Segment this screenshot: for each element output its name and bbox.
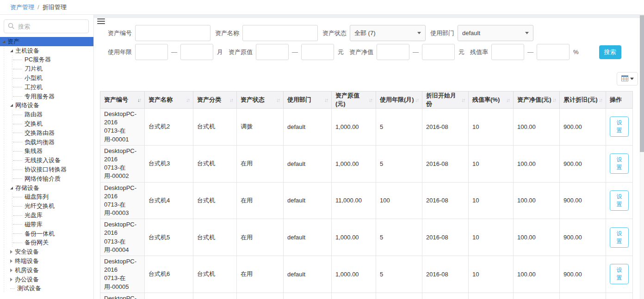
tree-node[interactable]: 主机设备 xyxy=(0,46,93,55)
tree-node[interactable]: 交换路由器 xyxy=(0,128,93,138)
tree-node[interactable]: 机房设备 xyxy=(0,266,93,275)
column-header[interactable]: 资产净值(元)↓↑ xyxy=(514,92,560,109)
leaf-connector xyxy=(13,206,22,207)
tree-node[interactable]: 网络设备 xyxy=(0,101,93,110)
vertical-scrollbar-track[interactable] xyxy=(640,15,644,299)
column-header-label: 资产编号 xyxy=(104,96,128,104)
column-header[interactable]: 使用年限(月)↓↑ xyxy=(376,92,422,109)
column-header[interactable]: 资产编号↓↑ xyxy=(100,92,145,109)
settings-button[interactable]: 设置 xyxy=(610,264,629,284)
tree-node[interactable]: 工控机 xyxy=(0,83,93,92)
tree-node-label: 光盘库 xyxy=(25,211,43,220)
tree-node-label: 资产 xyxy=(7,37,19,46)
tree-node[interactable]: 协议接口转换器 xyxy=(0,165,93,174)
tree-node[interactable]: 测试设备 xyxy=(0,284,93,293)
tree-search-input[interactable] xyxy=(4,19,89,33)
breadcrumb-parent-link[interactable]: 资产管理 xyxy=(10,3,34,12)
column-header[interactable]: 使用部门↓↑ xyxy=(284,92,332,109)
tree-node[interactable]: 负载均衡器 xyxy=(0,138,93,147)
asset-name-label: 资产名称 xyxy=(215,29,239,37)
tree-node-label: 主机设备 xyxy=(15,47,39,55)
search-button[interactable]: 搜索 xyxy=(599,45,621,59)
sort-arrows-icon[interactable]: ↓↑ xyxy=(506,97,509,103)
tree-node[interactable]: 安全设备 xyxy=(0,247,93,256)
asset-no-input[interactable] xyxy=(135,25,211,41)
residual-rate-min-input[interactable] xyxy=(491,44,524,60)
original-value-min-input[interactable] xyxy=(256,44,289,60)
tree-node[interactable]: 备份网关 xyxy=(0,238,93,248)
sort-arrows-icon[interactable]: ↓↑ xyxy=(369,97,372,103)
expand-node-icon[interactable] xyxy=(10,250,12,254)
sort-arrows-icon[interactable]: ↓↑ xyxy=(552,97,556,103)
collapse-node-icon[interactable] xyxy=(10,187,13,189)
sort-arrows-icon[interactable]: ↓↑ xyxy=(324,97,328,103)
column-header[interactable]: 资产分类↓↑ xyxy=(193,92,237,109)
expand-node-icon[interactable] xyxy=(10,268,12,272)
net-value-max-input[interactable] xyxy=(422,44,455,60)
column-header[interactable]: 资产状态↓↑ xyxy=(237,92,284,109)
content-top-strip xyxy=(94,15,644,18)
settings-button[interactable]: 设置 xyxy=(610,153,629,174)
net-value-min-input[interactable] xyxy=(377,44,409,60)
collapse-node-icon[interactable] xyxy=(10,49,13,52)
table-row: DesktopPC-20160713-在用-00003台式机4台式机在用defa… xyxy=(100,182,633,219)
leaf-connector xyxy=(13,151,22,152)
collapse-node-icon[interactable] xyxy=(2,40,5,43)
asset-status-cell: 在用 xyxy=(237,182,284,219)
sort-arrows-icon[interactable]: ↓↑ xyxy=(186,97,189,103)
settings-button[interactable]: 设置 xyxy=(610,116,629,137)
asset-status-select[interactable]: 全部 (7) xyxy=(350,25,426,41)
tree-node[interactable]: 存储设备 xyxy=(0,183,93,193)
asset-name-input[interactable] xyxy=(242,25,318,41)
tree-node[interactable]: 资产 xyxy=(0,37,93,46)
column-header[interactable]: 残值率(%)↓↑ xyxy=(469,92,514,109)
column-settings-button[interactable] xyxy=(617,72,638,85)
department-select[interactable]: default xyxy=(458,25,533,41)
sort-arrows-icon[interactable]: ↓↑ xyxy=(599,97,602,103)
tree-node[interactable]: 刀片机 xyxy=(0,64,93,73)
collapse-sidebar-icon[interactable] xyxy=(97,18,105,25)
tree-node[interactable]: 终端设备 xyxy=(0,256,93,266)
tree-node[interactable]: PC服务器 xyxy=(0,55,93,65)
department-value: default xyxy=(462,30,480,37)
column-header[interactable]: 资产名称↓↑ xyxy=(145,92,193,109)
sort-arrows-icon[interactable]: ↓↑ xyxy=(137,97,141,103)
expand-node-icon[interactable] xyxy=(10,278,12,281)
column-header[interactable]: 资产原值(元)↓↑ xyxy=(332,92,376,109)
tree-node[interactable]: 办公设备 xyxy=(0,275,93,284)
residual-rate-max-input[interactable] xyxy=(537,44,570,60)
net-value-cell: 100.00 xyxy=(514,182,560,219)
asset-name-cell: 台式机7 xyxy=(145,293,193,299)
settings-button[interactable]: 设置 xyxy=(610,227,629,248)
service-life-max-input[interactable] xyxy=(180,44,213,60)
tree-node[interactable]: 网络传输介质 xyxy=(0,174,93,183)
sort-arrows-icon[interactable]: ↓↑ xyxy=(415,97,418,103)
tree-node[interactable]: 无线接入设备 xyxy=(0,156,93,165)
tree-node[interactable]: 交换机 xyxy=(0,119,93,128)
expand-node-icon[interactable] xyxy=(10,259,12,263)
settings-button[interactable]: 设置 xyxy=(610,190,629,211)
tree-node[interactable]: 光纤交换机 xyxy=(0,201,93,211)
vertical-scrollbar-thumb[interactable] xyxy=(640,15,644,152)
column-header-label: 使用部门 xyxy=(287,96,311,104)
tree-node[interactable]: 光盘库 xyxy=(0,211,93,220)
tree-node[interactable]: 磁盘阵列 xyxy=(0,193,93,202)
leaf-connector xyxy=(13,69,22,69)
original-value-max-input[interactable] xyxy=(301,44,334,60)
sort-arrows-icon[interactable]: ↓↑ xyxy=(461,97,464,103)
department-cell: default xyxy=(284,109,332,146)
tree-node[interactable]: 集线器 xyxy=(0,147,93,156)
sort-arrows-icon[interactable]: ↓↑ xyxy=(276,97,279,103)
column-header[interactable]: 累计折旧(元)↓↑ xyxy=(560,92,606,109)
column-header[interactable]: 折旧开始月份↓↑ xyxy=(422,92,469,109)
service-life-min-input[interactable] xyxy=(135,44,168,60)
leaf-connector xyxy=(13,170,22,170)
tree-node[interactable]: 专用服务器 xyxy=(0,92,93,101)
collapse-node-icon[interactable] xyxy=(10,104,13,107)
sort-arrows-icon[interactable]: ↓↑ xyxy=(229,97,233,103)
tree-node[interactable]: 小型机 xyxy=(0,73,93,83)
tree-node[interactable]: 磁带库 xyxy=(0,220,93,229)
tree-node[interactable]: 路由器 xyxy=(0,110,93,119)
action-cell: 设置 xyxy=(606,219,633,256)
tree-node[interactable]: 备份一体机 xyxy=(0,229,93,238)
